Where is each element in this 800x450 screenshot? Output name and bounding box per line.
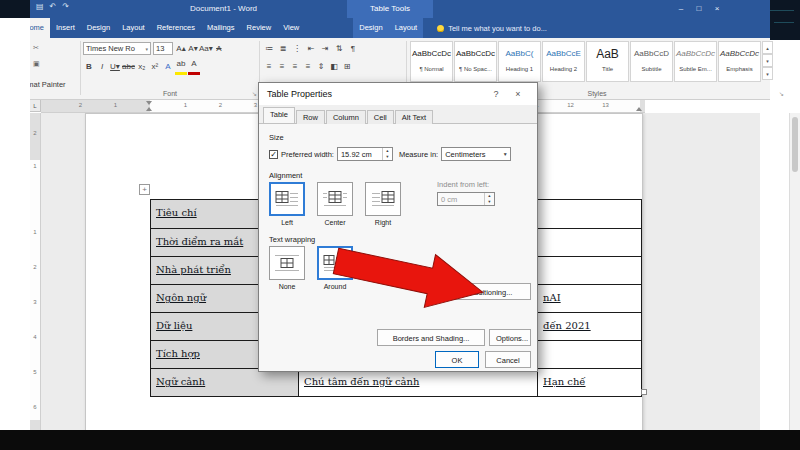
window-control-icon[interactable]: – xyxy=(672,0,690,18)
paragraph-tool-icon[interactable]: ≡ xyxy=(289,60,301,73)
scrollbar-thumb[interactable] xyxy=(792,117,798,172)
font-tool-icon[interactable]: A▴ xyxy=(175,42,187,55)
table-cell-right[interactable]: đến 2021 xyxy=(538,313,639,340)
font-tool-icon[interactable]: A xyxy=(213,42,225,55)
alignment-right-tile[interactable] xyxy=(365,182,401,216)
ribbon-tab[interactable]: Home xyxy=(30,18,50,38)
paragraph-tool-icon[interactable]: ◧ xyxy=(328,60,340,73)
font-dialog-launcher-icon[interactable]: ↘ xyxy=(252,90,257,97)
format-painter-button[interactable]: Format Painter xyxy=(30,80,66,89)
dialog-tab[interactable]: Table xyxy=(263,107,295,123)
qat-icon[interactable]: ↷ xyxy=(62,2,69,11)
style-item[interactable]: AaBbCcDc Subtle Em... xyxy=(674,41,717,82)
copy-icon[interactable]: ▣ xyxy=(33,60,40,68)
style-item[interactable]: AaBbCcDc ¶ No Spac... xyxy=(454,41,497,82)
paragraph-tool-icon[interactable]: ≔ xyxy=(263,42,275,55)
font-tool-icon[interactable]: I xyxy=(96,60,108,73)
window-control-icon[interactable]: × xyxy=(708,0,726,18)
vertical-scrollbar[interactable] xyxy=(789,113,800,430)
dialog-tab[interactable]: Column xyxy=(326,110,366,124)
font-tool-icon[interactable]: A xyxy=(162,60,174,73)
style-item[interactable]: AaB Title xyxy=(586,41,629,82)
spin-down-icon[interactable]: ▾ xyxy=(383,154,392,160)
dialog-tab[interactable]: Cell xyxy=(367,110,394,124)
spin-down-icon[interactable]: ▾ xyxy=(485,199,494,205)
cut-icon[interactable]: ✂ xyxy=(33,44,39,52)
table-cell-right[interactable] xyxy=(538,341,639,368)
context-tab[interactable]: Layout xyxy=(389,18,424,38)
tell-me-box[interactable]: Tell me what you want to do... xyxy=(437,18,547,38)
ok-button[interactable]: OK xyxy=(435,351,479,368)
font-name-combo[interactable]: Times New Ro ▾ xyxy=(83,42,151,55)
ribbon-tab[interactable]: Design xyxy=(81,18,116,38)
style-item[interactable]: AaBbCcDc ¶ Normal xyxy=(410,41,453,82)
style-item[interactable]: AaBbCcD Subtitle xyxy=(630,41,673,82)
style-item[interactable]: AaBbC( Heading 1 xyxy=(498,41,541,82)
preferred-width-spinner[interactable]: 15.92 cm ▴▾ xyxy=(337,147,393,161)
paragraph-tool-icon[interactable]: ⇅ xyxy=(333,42,345,55)
ribbon-tab[interactable]: View xyxy=(277,18,305,38)
paragraph-tool-icon[interactable]: ≡ xyxy=(276,60,288,73)
alignment-left-tile[interactable] xyxy=(269,182,305,216)
table-resize-handle[interactable] xyxy=(641,389,647,395)
style-item[interactable]: AaBbCcDc Emphasis xyxy=(718,41,761,82)
font-size-combo[interactable]: 13 xyxy=(153,42,173,55)
right-indent-marker[interactable] xyxy=(636,107,642,111)
font-tool-icon[interactable]: A xyxy=(188,59,200,75)
preferred-width-checkbox[interactable]: ✓ xyxy=(269,150,278,159)
close-icon[interactable]: × xyxy=(507,89,529,99)
measure-in-dropdown[interactable]: Centimeters ▼ xyxy=(441,147,511,161)
table-cell-right[interactable] xyxy=(538,229,639,256)
ribbon-tab[interactable]: Insert xyxy=(50,18,81,38)
indent-from-left-label: Indent from left: xyxy=(437,180,489,189)
dialog-tab[interactable]: Alt Text xyxy=(395,110,433,124)
table-cell-right[interactable]: nAI xyxy=(538,285,639,312)
paragraph-tool-icon[interactable]: ≣ xyxy=(277,42,289,55)
paragraph-tool-icon[interactable]: ¶ xyxy=(347,42,359,55)
font-tool-icon[interactable]: B xyxy=(83,60,95,73)
table-cell-criteria[interactable]: Ngữ cảnh xyxy=(151,369,299,396)
qat-icon[interactable]: ▤ xyxy=(36,2,44,11)
font-tool-icon[interactable]: x² xyxy=(149,60,161,73)
styles-dialog-launcher-icon[interactable]: ↘ xyxy=(779,90,784,97)
font-name-value: Times New Ro xyxy=(86,44,143,53)
paragraph-tool-icon[interactable]: ≡ xyxy=(263,60,275,73)
paragraph-tool-icon[interactable]: ⇕ xyxy=(315,60,327,73)
paragraph-tool-icon[interactable]: ⇤ xyxy=(305,42,317,55)
first-line-indent-marker[interactable] xyxy=(146,101,152,105)
gallery-scroll-icon[interactable]: ▴ xyxy=(762,41,773,54)
font-tool-icon[interactable]: ab xyxy=(175,59,187,75)
paragraph-tool-icon[interactable]: ⋮ xyxy=(291,42,303,55)
hanging-indent-marker[interactable] xyxy=(146,107,152,111)
gallery-scroll-icon[interactable]: ▾ xyxy=(762,67,773,80)
paragraph-tool-icon[interactable]: ⇥ xyxy=(319,42,331,55)
help-icon[interactable]: ? xyxy=(485,89,507,99)
paragraph-tool-icon[interactable]: ≡ xyxy=(302,60,314,73)
window-control-icon[interactable]: □ xyxy=(690,0,708,18)
style-item[interactable]: AaBbCcE Heading 2 xyxy=(542,41,585,82)
context-tab[interactable]: Design xyxy=(353,18,388,38)
tab-selector[interactable]: L xyxy=(30,100,41,112)
dialog-tab[interactable]: Row xyxy=(296,110,325,124)
ribbon-tab[interactable]: Review xyxy=(241,18,278,38)
table-cell-right[interactable] xyxy=(538,200,639,228)
font-tool-icon[interactable]: A▾ xyxy=(187,42,199,55)
gallery-scroll-icon[interactable]: ▾ xyxy=(762,54,773,67)
wrapping-none-tile[interactable] xyxy=(269,246,305,280)
ribbon-tab[interactable]: Layout xyxy=(116,18,151,38)
paragraph-tool-icon[interactable]: ⊞ xyxy=(341,60,353,73)
font-tool-icon[interactable]: x₂ xyxy=(136,60,148,73)
table-cell-right[interactable] xyxy=(538,257,639,284)
font-tool-icon[interactable]: Aa▾ xyxy=(199,42,213,55)
cancel-button[interactable]: Cancel xyxy=(485,351,531,368)
indent-spinner[interactable]: 0 cm ▴▾ xyxy=(437,192,495,206)
alignment-center-tile[interactable] xyxy=(317,182,353,216)
ribbon-tab[interactable]: References xyxy=(151,18,201,38)
font-tool-icon[interactable]: U▾ xyxy=(109,60,121,73)
table-cell-middle[interactable]: Chú tâm đến ngữ cảnh xyxy=(299,369,538,396)
table-cell-right[interactable]: Hạn chế xyxy=(538,369,639,396)
ribbon-tab[interactable]: Mailings xyxy=(201,18,241,38)
font-tool-icon[interactable]: abc xyxy=(122,60,135,73)
qat-icon[interactable]: ↶ xyxy=(50,2,57,11)
table-move-handle[interactable]: + xyxy=(139,184,150,195)
